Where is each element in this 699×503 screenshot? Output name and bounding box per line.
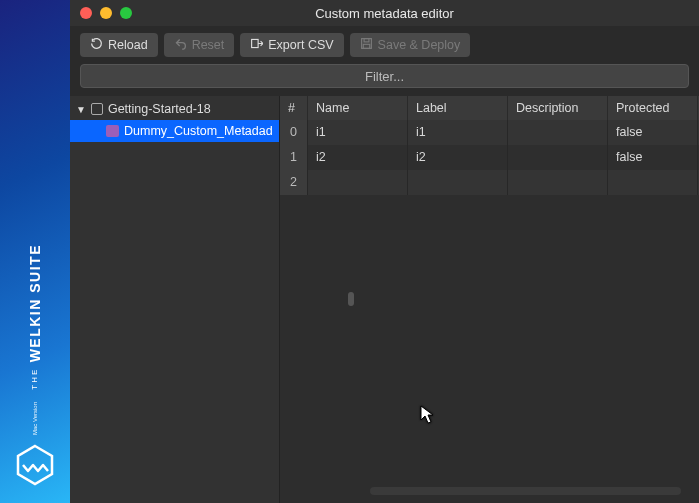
cell-label[interactable]: i1 [408,120,508,145]
close-window-button[interactable] [80,7,92,19]
metadata-icon [106,125,119,137]
brand-the: THE [30,368,39,390]
tree-panel: ▼ Getting-Started-18 Dummy_Custom_Metada… [70,96,280,503]
cell-protected[interactable] [608,170,698,195]
brand-subtitle: Mac Version [32,402,38,435]
cell-description[interactable] [508,145,608,170]
toolbar: Reload Reset Export CSV Save & Deploy [70,26,699,64]
export-label: Export CSV [268,38,333,52]
svg-rect-4 [363,44,370,48]
svg-rect-3 [364,39,369,42]
minimize-window-button[interactable] [100,7,112,19]
reset-label: Reset [192,38,225,52]
table-row[interactable]: 1 i2 i2 false [280,145,699,170]
reset-button[interactable]: Reset [164,33,235,57]
cell-description[interactable] [508,120,608,145]
cell-name[interactable]: i2 [308,145,408,170]
brand-sidebar: THE WELKIN SUITE Mac Version [0,0,70,503]
cell-protected[interactable]: false [608,145,698,170]
cell-description[interactable] [508,170,608,195]
cell-name[interactable]: i1 [308,120,408,145]
col-label[interactable]: Label [408,96,508,120]
window-title: Custom metadata editor [315,6,454,21]
svg-rect-1 [252,39,259,47]
save-deploy-button[interactable]: Save & Deploy [350,33,471,57]
cell-label[interactable]: i2 [408,145,508,170]
table-header: # Name Label Description Protected [280,96,699,120]
cursor-icon [420,405,436,429]
col-index[interactable]: # [280,96,308,120]
reload-icon [90,37,103,53]
cell-protected[interactable]: false [608,120,698,145]
save-icon [360,37,373,53]
export-csv-button[interactable]: Export CSV [240,33,343,57]
tree-root-label: Getting-Started-18 [108,102,211,116]
reload-label: Reload [108,38,148,52]
cell-name[interactable] [308,170,408,195]
tree-root[interactable]: ▼ Getting-Started-18 [70,98,279,120]
cell-label[interactable] [408,170,508,195]
undo-icon [174,37,187,53]
filter-bar [80,64,689,88]
titlebar: Custom metadata editor [70,0,699,26]
horizontal-scrollbar[interactable] [370,487,681,495]
main-area: ▼ Getting-Started-18 Dummy_Custom_Metada… [70,96,699,503]
col-name[interactable]: Name [308,96,408,120]
save-label: Save & Deploy [378,38,461,52]
tree-item-label: Dummy_Custom_Metadad [124,124,273,138]
tree-item-metadata[interactable]: Dummy_Custom_Metadad [70,120,279,142]
brand-name: THE WELKIN SUITE [28,244,42,390]
export-icon [250,37,263,53]
col-description[interactable]: Description [508,96,608,120]
cell-index: 1 [280,145,308,170]
table-row[interactable]: 2 [280,170,699,195]
filter-input[interactable] [80,64,689,88]
chevron-down-icon: ▼ [76,104,86,115]
cell-index: 2 [280,170,308,195]
table-row[interactable]: 0 i1 i1 false [280,120,699,145]
col-protected[interactable]: Protected [608,96,698,120]
cell-index: 0 [280,120,308,145]
maximize-window-button[interactable] [120,7,132,19]
folder-icon [91,103,103,115]
table-body: 0 i1 i1 false 1 i2 i2 false 2 [280,120,699,503]
brand-logo-icon [13,443,57,491]
data-table: # Name Label Description Protected 0 i1 … [280,96,699,503]
app-window: Custom metadata editor Reload Reset Expo… [70,0,699,503]
splitter-handle[interactable] [348,292,354,306]
reload-button[interactable]: Reload [80,33,158,57]
